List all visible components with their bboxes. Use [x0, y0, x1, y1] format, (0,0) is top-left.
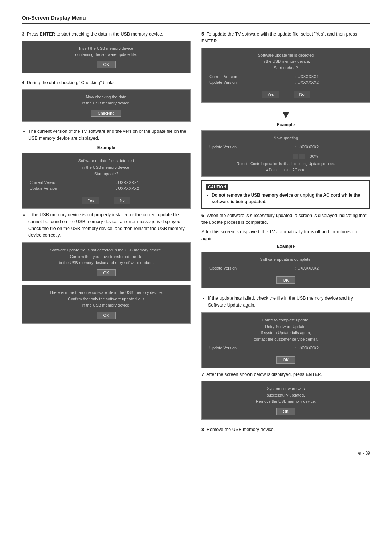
error2-text: There is more than one software file in … [50, 290, 163, 309]
step8-desc: Remove the USB memory device. [207, 427, 275, 432]
err2-line1: There is more than one software file in … [50, 290, 163, 296]
fe-line1: Failed to complete update. [254, 317, 318, 324]
step5-text2: . [217, 38, 218, 44]
ex1-no-btn: No [114, 197, 130, 204]
s6-r1-value: : UXXXXXX2 [294, 266, 364, 271]
ex1-row1: Current Version : UXXXXXX1 [28, 180, 184, 185]
step4-desc: During the data checking, "Checking" bli… [27, 80, 116, 85]
step-8: 8 Remove the USB memory device. [201, 426, 370, 433]
step3-ok-btn: OK [97, 61, 116, 68]
ex1-row2-value: : UXXXXXX2 [114, 186, 184, 191]
step3-screen: Insert the USB memory device containing … [22, 41, 191, 73]
step5-desc: To update the TV software with the updat… [207, 32, 357, 37]
example1-screen: Software update file is detected in the … [22, 153, 191, 209]
step7-number: 7 [201, 372, 204, 377]
step3-line2: containing the software update file. [75, 52, 137, 58]
err1-line1: Software update file is not detected in … [50, 247, 162, 254]
progress-bar [254, 154, 305, 159]
ex2-line1: Now updating [274, 135, 298, 141]
step4-screen-text: Now checking the data in the USB memory … [82, 94, 130, 107]
s6-r1-label: Update Version [208, 266, 293, 271]
err2-ok-btn: OK [97, 312, 116, 319]
step4-line1: Now checking the data [82, 94, 130, 100]
step5-text: 5 To update the TV software with the upd… [201, 31, 370, 45]
step4-text: 4 During the data checking, "Checking" b… [22, 79, 191, 86]
example2-text: Now updating [274, 135, 298, 141]
s5-row2: Update Version : UXXXXXX2 [208, 80, 364, 85]
fe-line4: contact the customer service center. [254, 336, 318, 343]
step3-screen-text: Insert the USB memory device containing … [75, 45, 137, 58]
progress-pct: 30% [310, 154, 318, 159]
s7-line1: System software was [256, 386, 316, 392]
ex1-line1: Software update file is detected [78, 158, 134, 164]
down-arrow-icon: ▼ [201, 109, 370, 121]
s5-r1-value: : UXXXXXX1 [294, 74, 364, 79]
s5-r2-label: Update Version [208, 80, 293, 85]
prog-seg8 [299, 154, 305, 159]
step5-number: 5 [201, 32, 204, 37]
step7-text: 7 After the screen shown below is displa… [201, 371, 370, 378]
step-5: 5 To update the TV software with the upd… [201, 31, 370, 103]
s6-table: Update Version : UXXXXXX2 [207, 265, 364, 271]
page-title: On-Screen Display Menu [22, 15, 370, 21]
step5-bold: ENTER [201, 38, 217, 44]
bullet-failed: If the update has failed, check the file… [201, 295, 370, 309]
ex1-row2: Update Version : UXXXXXX2 [28, 186, 184, 191]
step-4: 4 During the data checking, "Checking" b… [22, 79, 191, 122]
s6-row1: Update Version : UXXXXXX2 [208, 266, 364, 271]
err1-line2: Confirm that you have transferred the fi… [50, 254, 162, 260]
caution-box: CAUTION Do not remove the USB memory dev… [201, 180, 370, 209]
ex1-btns: Yes No [82, 197, 130, 204]
step4-line2: in the USB memory device. [82, 100, 130, 107]
step5-screen-text: Software update file is detected in the … [258, 52, 314, 71]
fe-table: Update Version : UXXXXXX2 [207, 345, 364, 351]
step6-desc1: When the software is successfully update… [201, 213, 366, 225]
fe-row1: Update Version : UXXXXXX2 [208, 345, 364, 350]
page-footer: ⊕ - 39 [22, 451, 370, 456]
ex1-line3: Start update? [78, 171, 134, 177]
ex1-yes-btn: Yes [82, 197, 99, 204]
step3-text2: to start checking the data in the USB me… [56, 32, 163, 37]
bullet-versions: The current version of the TV software a… [22, 128, 191, 142]
err2-line3: in the USB memory device. [50, 302, 163, 309]
step8-text: 8 Remove the USB memory device. [201, 426, 370, 433]
step5-screen: Software update file is detected in the … [201, 48, 370, 103]
s7-line3: Remove the USB memory device. [256, 398, 316, 405]
ex1-row2-label: Update Version [28, 186, 114, 191]
step3-text: 3 Press ENTER to start checking the data… [22, 31, 191, 38]
page-header: On-Screen Display Menu [22, 15, 370, 24]
ex2-table: Update Version : UXXXXXX2 [207, 144, 364, 150]
fe-line3: If system Update fails again, [254, 330, 318, 336]
err2-line2: Confirm that only the software update fi… [50, 296, 163, 303]
bullet-error-item: If the USB memory device is not properly… [28, 212, 191, 239]
step3-bold: ENTER [40, 32, 55, 37]
err1-line3: to the USB memory device and retry softw… [50, 260, 162, 266]
step4-screen: Now checking the data in the USB memory … [22, 89, 191, 122]
fe-ok-btn: OK [276, 356, 296, 364]
bullet-failed-item: If the update has failed, check the file… [208, 295, 370, 309]
caution-item: Do not remove the USB memory device or u… [212, 192, 366, 205]
example1-label: Example [22, 145, 191, 150]
example3-label: Example [201, 244, 370, 249]
page-number: ⊕ - 39 [358, 451, 370, 456]
right-column: 5 To update the TV software with the upd… [201, 31, 370, 440]
s5-line3: Start update? [258, 65, 314, 71]
ex1-line2: in the USB memory device. [78, 164, 134, 171]
s5-table: Current Version : UXXXXXX1 Update Versio… [207, 73, 364, 86]
step6-number: 6 [201, 213, 204, 218]
caution-list: Do not remove the USB memory device or u… [212, 192, 366, 205]
ex2-r1-label: Update Version [208, 144, 293, 149]
caution-text: Do not remove the USB memory device or u… [212, 193, 360, 204]
s7-text: System software was successfully updated… [256, 386, 316, 405]
s5-r1-label: Current Version [208, 74, 293, 79]
example2-screen: Now updating Update Version : UXXXXXX2 [201, 130, 370, 177]
s6-ok-btn: OK [276, 276, 296, 284]
step3-number: 3 [22, 32, 24, 37]
step3-line1: Insert the USB memory device [75, 45, 137, 52]
error1-text: Software update file is not detected in … [50, 247, 162, 266]
s5-yes-btn: Yes [262, 91, 279, 98]
s5-no-btn: No [294, 91, 310, 98]
left-column: 3 Press ENTER to start checking the data… [22, 31, 191, 440]
ex1-row1-label: Current Version [28, 180, 114, 185]
s6-text: Software update is complete. [260, 257, 312, 263]
